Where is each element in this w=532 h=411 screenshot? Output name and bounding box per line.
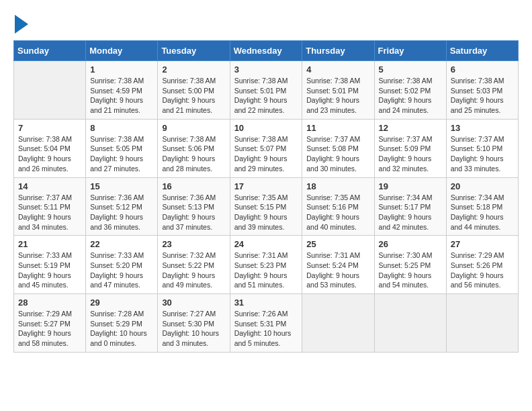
day-info: Sunrise: 7:38 AM Sunset: 4:59 PM Dayligh… (90, 76, 153, 116)
day-info: Sunrise: 7:35 AM Sunset: 5:16 PM Dayligh… (306, 193, 369, 232)
header-cell-friday: Friday (374, 41, 446, 61)
day-info: Sunrise: 7:37 AM Sunset: 5:09 PM Dayligh… (379, 134, 442, 174)
day-number: 3 (234, 64, 298, 75)
day-cell: 2Sunrise: 7:38 AM Sunset: 5:00 PM Daylig… (158, 61, 230, 120)
day-cell: 21Sunrise: 7:33 AM Sunset: 5:19 PM Dayli… (14, 236, 86, 294)
day-number: 1 (90, 64, 153, 75)
day-number: 13 (451, 123, 514, 133)
day-number: 30 (162, 298, 225, 308)
day-number: 16 (162, 181, 225, 191)
header-cell-thursday: Thursday (302, 41, 374, 61)
day-info: Sunrise: 7:33 AM Sunset: 5:19 PM Dayligh… (18, 250, 81, 290)
day-cell: 19Sunrise: 7:34 AM Sunset: 5:17 PM Dayli… (374, 177, 446, 236)
day-number: 25 (306, 239, 369, 249)
header-row: SundayMondayTuesdayWednesdayThursdayFrid… (14, 41, 519, 61)
day-info: Sunrise: 7:31 AM Sunset: 5:23 PM Dayligh… (234, 250, 298, 290)
day-cell: 1Sunrise: 7:38 AM Sunset: 4:59 PM Daylig… (86, 61, 158, 120)
day-number: 2 (162, 64, 225, 75)
day-cell: 4Sunrise: 7:38 AM Sunset: 5:01 PM Daylig… (302, 61, 374, 120)
day-cell: 9Sunrise: 7:38 AM Sunset: 5:06 PM Daylig… (158, 119, 230, 177)
day-info: Sunrise: 7:38 AM Sunset: 5:00 PM Dayligh… (162, 76, 225, 116)
day-cell: 31Sunrise: 7:26 AM Sunset: 5:31 PM Dayli… (230, 294, 302, 353)
day-cell: 25Sunrise: 7:31 AM Sunset: 5:24 PM Dayli… (302, 236, 374, 294)
day-info: Sunrise: 7:35 AM Sunset: 5:15 PM Dayligh… (234, 193, 298, 232)
day-number: 9 (162, 123, 225, 133)
day-number: 4 (306, 64, 369, 75)
day-cell: 6Sunrise: 7:38 AM Sunset: 5:03 PM Daylig… (446, 61, 518, 120)
calendar-body: 1Sunrise: 7:38 AM Sunset: 4:59 PM Daylig… (14, 61, 519, 353)
page-header (13, 13, 519, 34)
day-number: 27 (451, 239, 514, 249)
day-cell: 18Sunrise: 7:35 AM Sunset: 5:16 PM Dayli… (302, 177, 374, 236)
day-number: 26 (379, 239, 442, 249)
week-row-4: 21Sunrise: 7:33 AM Sunset: 5:19 PM Dayli… (14, 236, 519, 294)
header-cell-wednesday: Wednesday (230, 41, 302, 61)
day-cell: 13Sunrise: 7:37 AM Sunset: 5:10 PM Dayli… (446, 119, 518, 177)
calendar-table: SundayMondayTuesdayWednesdayThursdayFrid… (13, 40, 519, 353)
day-info: Sunrise: 7:38 AM Sunset: 5:04 PM Dayligh… (18, 134, 81, 174)
day-cell: 29Sunrise: 7:28 AM Sunset: 5:29 PM Dayli… (86, 294, 158, 353)
day-info: Sunrise: 7:28 AM Sunset: 5:29 PM Dayligh… (90, 309, 153, 349)
day-info: Sunrise: 7:34 AM Sunset: 5:17 PM Dayligh… (379, 193, 442, 232)
day-number: 19 (379, 181, 442, 191)
day-cell (14, 61, 86, 120)
day-cell: 3Sunrise: 7:38 AM Sunset: 5:01 PM Daylig… (230, 61, 302, 120)
day-number: 7 (18, 123, 81, 133)
day-cell: 30Sunrise: 7:27 AM Sunset: 5:30 PM Dayli… (158, 294, 230, 353)
day-info: Sunrise: 7:32 AM Sunset: 5:22 PM Dayligh… (162, 250, 225, 290)
day-info: Sunrise: 7:30 AM Sunset: 5:25 PM Dayligh… (379, 250, 442, 290)
day-number: 17 (234, 181, 298, 191)
header-cell-saturday: Saturday (446, 41, 518, 61)
week-row-5: 28Sunrise: 7:29 AM Sunset: 5:27 PM Dayli… (14, 294, 519, 353)
day-cell (374, 294, 446, 353)
day-info: Sunrise: 7:26 AM Sunset: 5:31 PM Dayligh… (234, 309, 298, 349)
day-info: Sunrise: 7:36 AM Sunset: 5:13 PM Dayligh… (162, 193, 225, 232)
day-cell: 27Sunrise: 7:29 AM Sunset: 5:26 PM Dayli… (446, 236, 518, 294)
day-cell: 28Sunrise: 7:29 AM Sunset: 5:27 PM Dayli… (14, 294, 86, 353)
day-cell: 22Sunrise: 7:33 AM Sunset: 5:20 PM Dayli… (86, 236, 158, 294)
day-cell: 20Sunrise: 7:34 AM Sunset: 5:18 PM Dayli… (446, 177, 518, 236)
day-info: Sunrise: 7:37 AM Sunset: 5:11 PM Dayligh… (18, 193, 81, 232)
day-cell: 14Sunrise: 7:37 AM Sunset: 5:11 PM Dayli… (14, 177, 86, 236)
day-cell: 23Sunrise: 7:32 AM Sunset: 5:22 PM Dayli… (158, 236, 230, 294)
header-cell-sunday: Sunday (14, 41, 86, 61)
day-info: Sunrise: 7:38 AM Sunset: 5:02 PM Dayligh… (379, 76, 442, 116)
day-cell: 17Sunrise: 7:35 AM Sunset: 5:15 PM Dayli… (230, 177, 302, 236)
week-row-3: 14Sunrise: 7:37 AM Sunset: 5:11 PM Dayli… (14, 177, 519, 236)
day-number: 18 (306, 181, 369, 191)
day-info: Sunrise: 7:34 AM Sunset: 5:18 PM Dayligh… (451, 193, 514, 232)
day-cell: 12Sunrise: 7:37 AM Sunset: 5:09 PM Dayli… (374, 119, 446, 177)
day-number: 14 (18, 181, 81, 191)
header-cell-tuesday: Tuesday (158, 41, 230, 61)
day-number: 5 (379, 64, 442, 75)
day-number: 24 (234, 239, 298, 249)
day-info: Sunrise: 7:29 AM Sunset: 5:26 PM Dayligh… (451, 250, 514, 290)
day-number: 10 (234, 123, 298, 133)
day-cell: 8Sunrise: 7:38 AM Sunset: 5:05 PM Daylig… (86, 119, 158, 177)
day-number: 15 (90, 181, 153, 191)
day-cell: 16Sunrise: 7:36 AM Sunset: 5:13 PM Dayli… (158, 177, 230, 236)
day-cell: 24Sunrise: 7:31 AM Sunset: 5:23 PM Dayli… (230, 236, 302, 294)
day-info: Sunrise: 7:37 AM Sunset: 5:08 PM Dayligh… (306, 134, 369, 174)
day-number: 12 (379, 123, 442, 133)
day-info: Sunrise: 7:38 AM Sunset: 5:07 PM Dayligh… (234, 134, 298, 174)
day-number: 21 (18, 239, 81, 249)
day-number: 23 (162, 239, 225, 249)
day-cell (302, 294, 374, 353)
day-number: 20 (451, 181, 514, 191)
calendar-header: SundayMondayTuesdayWednesdayThursdayFrid… (14, 41, 519, 61)
logo (13, 13, 28, 34)
header-cell-monday: Monday (86, 41, 158, 61)
day-number: 6 (451, 64, 514, 75)
day-cell: 5Sunrise: 7:38 AM Sunset: 5:02 PM Daylig… (374, 61, 446, 120)
day-info: Sunrise: 7:38 AM Sunset: 5:01 PM Dayligh… (234, 76, 298, 116)
day-cell: 10Sunrise: 7:38 AM Sunset: 5:07 PM Dayli… (230, 119, 302, 177)
day-info: Sunrise: 7:33 AM Sunset: 5:20 PM Dayligh… (90, 250, 153, 290)
day-cell: 26Sunrise: 7:30 AM Sunset: 5:25 PM Dayli… (374, 236, 446, 294)
day-info: Sunrise: 7:37 AM Sunset: 5:10 PM Dayligh… (451, 134, 514, 174)
day-cell: 11Sunrise: 7:37 AM Sunset: 5:08 PM Dayli… (302, 119, 374, 177)
day-number: 11 (306, 123, 369, 133)
day-info: Sunrise: 7:38 AM Sunset: 5:06 PM Dayligh… (162, 134, 225, 174)
day-cell (446, 294, 518, 353)
week-row-2: 7Sunrise: 7:38 AM Sunset: 5:04 PM Daylig… (14, 119, 519, 177)
